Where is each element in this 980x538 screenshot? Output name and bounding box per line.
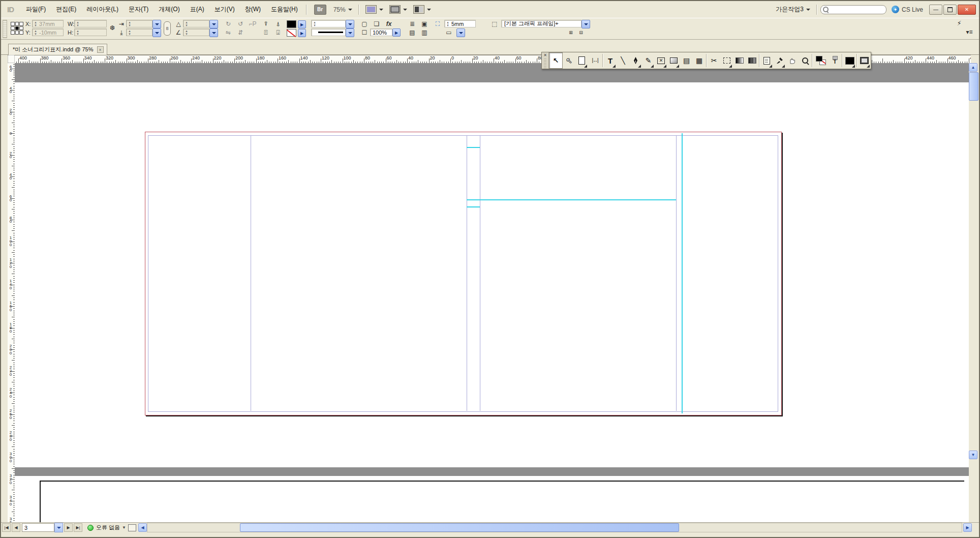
clear-overrides-icon[interactable]: ⊟ (576, 28, 586, 37)
vertical-scroll-thumb[interactable] (969, 72, 978, 101)
free-transform-tool[interactable] (720, 52, 733, 69)
ruler-guide-short[interactable] (467, 147, 480, 148)
gradient-swatch-tool[interactable] (733, 52, 746, 69)
column-guide[interactable] (676, 135, 677, 411)
stroke-color-swatch[interactable] (287, 29, 296, 37)
scale-y-field[interactable]: ▲▼ (126, 28, 152, 36)
stroke-style-dropdown[interactable] (311, 28, 346, 36)
scroll-up-arrow[interactable]: ▲ (969, 63, 977, 72)
scale-y-dropdown[interactable] (152, 28, 161, 37)
screen-mode-button[interactable] (858, 52, 871, 69)
opacity-field[interactable]: 100% (370, 28, 392, 36)
search-input[interactable] (820, 5, 886, 14)
fill-color-swatch[interactable] (287, 20, 296, 28)
spinner[interactable]: ▲▼ (33, 29, 38, 36)
selection-tool[interactable]: ↖ (549, 52, 563, 69)
select-previous-button[interactable]: ⍐ (261, 28, 270, 37)
constrain-scale-link-icon[interactable]: 8 (164, 21, 171, 36)
column-guide[interactable] (467, 135, 467, 411)
panel-grip[interactable] (544, 58, 546, 69)
vertical-grid-tool[interactable]: ▦ (693, 52, 706, 69)
y-position-field[interactable]: ▲▼-10mm (32, 28, 64, 36)
x-position-field[interactable]: ▲▼37mm (32, 20, 64, 27)
menu-파일F[interactable]: 파일(F) (21, 4, 51, 15)
stroke-style-dropdown-button[interactable] (346, 28, 354, 37)
tab-close-icon[interactable]: x (97, 46, 104, 53)
menu-개체O[interactable]: 개체(O) (154, 4, 185, 15)
fitting-options-dropdown[interactable] (456, 28, 465, 37)
width-field[interactable]: ▲▼ (74, 20, 107, 27)
restore-button[interactable] (943, 5, 957, 15)
flip-horizontal-button[interactable]: ⇋ (224, 28, 233, 37)
hand-tool[interactable] (786, 52, 799, 69)
fill-stroke-swatches[interactable] (813, 52, 829, 69)
spinner[interactable]: ▲▼ (75, 29, 80, 36)
apply-color-button[interactable] (843, 52, 856, 69)
rotate-cw-button[interactable]: ↻ (224, 20, 233, 28)
ruler-guide-vertical[interactable] (682, 133, 683, 413)
wrap-jump-button[interactable]: ▥ (420, 28, 429, 37)
document-canvas[interactable] (15, 63, 971, 525)
gradient-feather-tool[interactable] (746, 52, 758, 69)
minimize-button[interactable]: — (929, 5, 942, 15)
panel-grip[interactable] (3, 20, 7, 38)
column-guide[interactable] (480, 135, 480, 411)
pencil-tool[interactable]: ✎ (642, 52, 655, 69)
wrap-bounding-box-button[interactable]: ▣ (420, 20, 429, 28)
screen-mode-dropdown[interactable] (386, 4, 410, 15)
menu-편집E[interactable]: 편집(E) (51, 4, 81, 15)
rectangle-tool[interactable] (667, 52, 680, 69)
cs-live-button[interactable]: ✦ CS Live (892, 6, 923, 13)
pen-tool[interactable] (629, 52, 642, 69)
column-guide[interactable] (251, 135, 251, 411)
bridge-button[interactable]: Br (314, 5, 326, 15)
document-tab[interactable]: *미 소녀그리기표지.indd @ 75% x (8, 44, 107, 55)
tools-panel-titlebar[interactable]: ✕ (542, 52, 549, 69)
shear-angle-field[interactable]: ▲▼ (183, 28, 209, 36)
type-tool[interactable]: T (604, 52, 617, 69)
arrange-documents-dropdown[interactable] (410, 4, 434, 15)
menu-도움말H[interactable]: 도움말(H) (266, 4, 303, 15)
menu-표A[interactable]: 표(A) (185, 4, 209, 15)
effects-fx-icon[interactable]: fx (384, 20, 393, 28)
opacity-menu-button[interactable]: ▶ (392, 28, 401, 37)
scissors-tool[interactable]: ✂ (708, 52, 720, 69)
menu-레이아웃L[interactable]: 레이아웃(L) (81, 4, 124, 15)
previous-page-button[interactable]: ◀ (12, 523, 20, 532)
next-page-button[interactable]: ▶ (64, 523, 73, 532)
horizontal-grid-tool[interactable]: ▤ (680, 52, 693, 69)
formatting-affects-text-button[interactable]: T (829, 52, 841, 69)
page-tool[interactable] (575, 52, 588, 69)
horizontal-scrollbar[interactable] (147, 523, 962, 532)
rotate-ccw-button[interactable]: ↺ (236, 20, 245, 28)
panel-menu-icon[interactable]: ▾≡ (965, 28, 974, 36)
note-tool[interactable] (760, 52, 773, 69)
ruler-guide-short[interactable] (467, 206, 480, 207)
scroll-down-arrow[interactable]: ▼ (969, 451, 977, 459)
menu-문자T[interactable]: 문자(T) (124, 4, 154, 15)
rectangle-frame-tool[interactable]: ✕ (655, 52, 667, 69)
page-number-field[interactable]: 3 (22, 523, 54, 532)
ruler-guide-horizontal[interactable] (467, 199, 676, 200)
scroll-left-arrow[interactable]: ◀ (138, 523, 147, 532)
select-content-button[interactable]: ⍋ (273, 20, 283, 28)
quick-apply-icon[interactable]: ⚡ (955, 19, 964, 27)
frame-fitting-icon[interactable]: ⛶ (433, 20, 442, 28)
ruler-origin-box[interactable] (8, 55, 15, 63)
constrain-dimensions-icon[interactable]: ❆ (108, 24, 117, 32)
spinner[interactable]: ▲▼ (75, 21, 80, 27)
frame-fit-amount-field[interactable]: ▲▼5mm (444, 20, 476, 27)
stroke-weight-field[interactable]: ▲▼ (311, 20, 346, 27)
shear-angle-dropdown[interactable] (209, 28, 218, 37)
wrap-none-button[interactable]: ≣ (408, 20, 417, 28)
gap-tool[interactable]: |↔| (588, 52, 602, 69)
rotation-angle-dropdown[interactable] (209, 20, 218, 28)
fitting-options-icon[interactable]: ▭ (444, 28, 453, 37)
stroke-color-menu-button[interactable]: ▶ (298, 29, 306, 37)
page-list-dropdown[interactable] (54, 523, 63, 532)
stroke-weight-dropdown[interactable] (346, 20, 354, 28)
reference-point-proxy[interactable] (11, 22, 23, 35)
scale-x-field[interactable]: ▲▼ (126, 20, 152, 27)
last-page-button[interactable]: ▶| (74, 523, 82, 532)
preflight-panel-icon[interactable] (128, 524, 136, 531)
